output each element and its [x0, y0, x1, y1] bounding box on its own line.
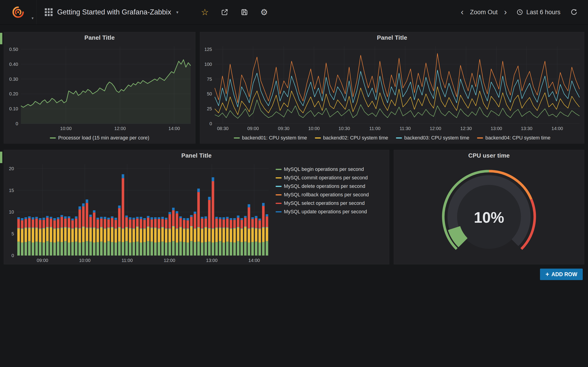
svg-text:13:30: 13:30 [521, 126, 532, 131]
panel-mysql-operations: Panel Title 09:0010:0011:0012:0013:0014:… [4, 150, 389, 265]
save-button[interactable] [240, 8, 249, 17]
cpu-user-time-gauge[interactable]: 10% [394, 161, 584, 264]
time-range-picker[interactable]: Last 6 hours [516, 9, 561, 16]
legend-item[interactable]: backend02: CPU system time [315, 135, 388, 141]
legend-label: backend03: CPU system time [404, 135, 469, 141]
grafana-flame-icon [12, 6, 24, 18]
title-caret-icon: ▾ [176, 10, 179, 15]
svg-text:08:30: 08:30 [217, 126, 229, 131]
svg-text:0.20: 0.20 [9, 91, 18, 96]
chart-body: 09:0010:0011:0012:0013:0014:0005101520 M… [4, 161, 389, 264]
svg-text:12:30: 12:30 [460, 126, 472, 131]
legend-item[interactable]: MySQL delete operations per second [276, 184, 365, 189]
svg-text:0.10: 0.10 [9, 106, 18, 111]
logo-caret-icon: ▾ [32, 16, 34, 21]
time-range-label: Last 6 hours [526, 9, 561, 16]
legend-swatch-icon [315, 137, 321, 139]
cpu-system-time-chart[interactable]: 08:3009:0009:3010:0010:3011:0011:3012:00… [200, 43, 584, 132]
legend-item[interactable]: Processor load (15 min average per core) [50, 135, 149, 141]
legend-swatch-icon [396, 137, 402, 139]
row-collapse-handle[interactable] [0, 152, 2, 163]
dashboard-grid-icon [45, 8, 52, 16]
legend-item[interactable]: backend01: CPU system time [234, 135, 307, 141]
svg-text:13:00: 13:00 [491, 126, 502, 131]
svg-text:10:30: 10:30 [338, 126, 350, 131]
svg-text:50: 50 [207, 91, 212, 96]
chart-area: 08:3009:0009:3010:0010:3011:0011:3012:00… [200, 43, 584, 132]
svg-text:0: 0 [209, 121, 212, 126]
star-button[interactable]: ☆ [200, 8, 209, 17]
svg-text:09:00: 09:00 [37, 258, 48, 263]
svg-text:100: 100 [204, 62, 212, 67]
legend-swatch-icon [276, 177, 282, 178]
svg-text:09:30: 09:30 [278, 126, 289, 131]
mysql-operations-chart[interactable]: 09:0010:0011:0012:0013:0014:0005101520 [4, 161, 274, 264]
svg-text:13:00: 13:00 [206, 258, 217, 263]
legend-swatch-icon [276, 186, 282, 187]
zoom-out-button[interactable]: Zoom Out [470, 9, 498, 16]
refresh-icon [570, 8, 578, 16]
dashboard-title: Getting Started with Grafana-Zabbix [57, 8, 171, 16]
legend: MySQL begin operations per secondMySQL c… [274, 161, 389, 264]
legend-label: MySQL begin operations per second [284, 167, 364, 172]
svg-text:11:30: 11:30 [400, 126, 411, 131]
svg-text:12:00: 12:00 [164, 258, 175, 263]
share-button[interactable] [220, 8, 229, 17]
time-forward-button[interactable]: › [503, 8, 508, 16]
panel-title[interactable]: CPU user time [394, 150, 584, 161]
svg-text:20: 20 [9, 166, 14, 171]
legend: backend01: CPU system timebackend02: CPU… [200, 132, 584, 143]
legend-label: MySQL rollback operations per second [284, 192, 369, 198]
svg-text:14:00: 14:00 [552, 126, 563, 131]
legend-label: MySQL update operations per second [284, 209, 367, 215]
save-icon [241, 8, 248, 16]
legend: Processor load (15 min average per core) [4, 132, 195, 143]
add-row-label: ADD ROW [552, 271, 577, 277]
settings-button[interactable]: ⚙ [260, 8, 268, 17]
processor-load-chart[interactable]: 10:0012:0014:0000.100.200.300.400.50 [4, 43, 195, 132]
legend-label: backend04: CPU system time [485, 135, 550, 141]
svg-text:10: 10 [9, 209, 14, 215]
legend-item[interactable]: MySQL update operations per second [276, 209, 367, 215]
grafana-logo-button[interactable]: ▾ [0, 0, 36, 24]
row-collapse-handle[interactable] [0, 33, 2, 44]
legend-label: MySQL delete operations per second [284, 184, 365, 189]
refresh-button[interactable] [570, 8, 578, 17]
legend-swatch-icon [276, 211, 282, 212]
legend-item[interactable]: MySQL begin operations per second [276, 167, 364, 172]
legend-item[interactable]: backend03: CPU system time [396, 135, 469, 141]
chart-area: 09:0010:0011:0012:0013:0014:0005101520 [4, 161, 274, 264]
chart-area: 10:0012:0014:0000.100.200.300.400.50 [4, 43, 195, 132]
navbar-actions: ☆ ⚙ [200, 8, 268, 17]
svg-text:10:00: 10:00 [60, 126, 72, 131]
legend-swatch-icon [276, 169, 282, 170]
panel-processor-load: Panel Title 10:0012:0014:0000.100.200.30… [4, 32, 195, 144]
panel-title[interactable]: Panel Title [4, 32, 195, 43]
svg-text:14:00: 14:00 [248, 258, 260, 263]
legend-label: MySQL select operations per second [284, 200, 365, 206]
svg-text:09:00: 09:00 [247, 126, 259, 131]
legend-item[interactable]: MySQL select operations per second [276, 200, 365, 206]
svg-text:14:00: 14:00 [168, 126, 180, 131]
legend-label: backend02: CPU system time [323, 135, 388, 141]
legend-label: MySQL commit operations per second [284, 175, 368, 181]
legend-item[interactable]: MySQL commit operations per second [276, 175, 368, 181]
svg-text:0.30: 0.30 [9, 77, 18, 82]
time-back-button[interactable]: ‹ [460, 8, 464, 16]
svg-text:10:00: 10:00 [79, 258, 90, 263]
svg-text:0: 0 [16, 121, 18, 126]
add-row-button[interactable]: + ADD ROW [540, 269, 583, 280]
panel-title[interactable]: Panel Title [4, 150, 389, 161]
svg-text:12:00: 12:00 [430, 126, 441, 131]
svg-text:5: 5 [11, 231, 14, 236]
panel-title[interactable]: Panel Title [200, 32, 584, 43]
panel-cpu-user-time: CPU user time 10% [394, 150, 584, 265]
legend-item[interactable]: MySQL rollback operations per second [276, 192, 369, 198]
chart-area: 10% [394, 161, 584, 264]
legend-swatch-icon [477, 137, 483, 139]
legend-label: Processor load (15 min average per core) [58, 135, 149, 141]
legend-item[interactable]: backend04: CPU system time [477, 135, 550, 141]
plus-icon: + [545, 271, 549, 277]
dashboard-title-button[interactable]: Getting Started with Grafana-Zabbix ▾ [45, 8, 179, 16]
svg-text:11:00: 11:00 [369, 126, 380, 131]
